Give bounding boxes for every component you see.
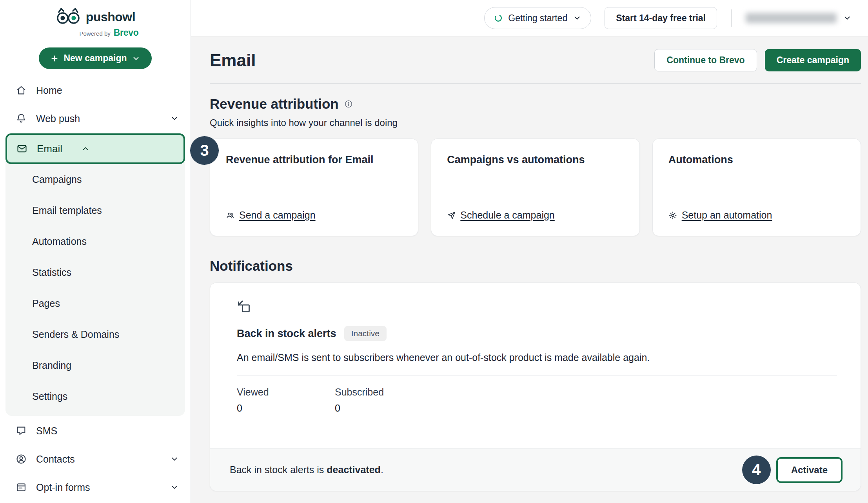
form-icon [16, 482, 27, 493]
stat-viewed: Viewed 0 [237, 386, 335, 414]
brevo-wordmark: Brevo [114, 27, 139, 38]
sidebar-subitem-branding[interactable]: Branding [5, 350, 185, 381]
person-circle-icon [16, 454, 27, 465]
notifications-section: Notifications Back in stock alerts Inact… [210, 258, 861, 491]
sidebar-item-label: Opt-in forms [36, 482, 90, 493]
topbar: Getting started Start 14-day free trial [191, 0, 868, 36]
sidebar-subitem-senders-domains[interactable]: Senders & Domains [5, 319, 185, 350]
card-title: Revenue attribution for Email [226, 154, 402, 166]
card-link-label: Schedule a campaign [460, 210, 554, 221]
subitem-label: Email templates [32, 205, 102, 216]
paper-plane-icon [447, 211, 456, 220]
main-area: Getting started Start 14-day free trial … [191, 0, 868, 503]
gear-icon [668, 211, 677, 220]
info-icon[interactable] [344, 100, 353, 108]
sidebar-item-web-push[interactable]: Web push [0, 104, 191, 133]
card-title: Automations [668, 154, 845, 166]
chat-bubble-icon [16, 425, 27, 436]
subitem-label: Pages [32, 298, 60, 309]
alert-footer-text: Back in stock alerts is deactivated. [230, 464, 383, 476]
new-campaign-label: New campaign [64, 53, 127, 64]
sidebar-item-label: Contacts [36, 454, 75, 465]
sidebar-item-email-active[interactable]: Email [5, 133, 185, 164]
pushowl-logo: pushowl Powered by Brevo [0, 7, 191, 42]
sidebar-subitem-automations[interactable]: Automations [5, 226, 185, 257]
sidebar-item-opt-in-forms[interactable]: Opt-in forms [0, 473, 191, 501]
chevron-down-icon [170, 455, 179, 463]
setup-an-automation-link[interactable]: Setup an automation [668, 210, 845, 221]
sidebar-subitem-email-templates[interactable]: Email templates [5, 195, 185, 226]
powered-by-line: Powered by Brevo [80, 27, 139, 38]
card-link-label: Setup an automation [682, 210, 772, 221]
schedule-a-campaign-link[interactable]: Schedule a campaign [447, 210, 623, 221]
page-header: Email Continue to Brevo Create campaign [210, 36, 861, 83]
revenue-cards: Revenue attribution for Email Send a cam… [210, 139, 861, 236]
footer-text-suffix: . [381, 464, 383, 475]
card-revenue-attribution-email: Revenue attribution for Email Send a cam… [210, 139, 418, 236]
new-campaign-button[interactable]: New campaign [39, 47, 152, 69]
stat-value: 0 [335, 403, 433, 414]
stat-label: Viewed [237, 386, 335, 398]
header-actions: Continue to Brevo Create campaign [654, 49, 861, 71]
sidebar-item-home[interactable]: Home [0, 76, 191, 104]
card-title: Campaigns vs automations [447, 154, 623, 166]
sidebar-subitem-campaigns[interactable]: Campaigns [5, 164, 185, 195]
bell-icon [16, 113, 27, 124]
footer-actions: 4 Activate [742, 456, 843, 484]
stat-label: Subscribed [335, 386, 433, 398]
sidebar-item-contacts[interactable]: Contacts [0, 445, 191, 473]
owl-logo-icon [55, 7, 81, 27]
free-trial-button[interactable]: Start 14-day free trial [605, 7, 717, 29]
sidebar: pushowl Powered by Brevo New campaign Ho… [0, 0, 191, 503]
create-campaign-button[interactable]: Create campaign [765, 49, 861, 71]
page-title: Email [210, 51, 256, 70]
getting-started-button[interactable]: Getting started [484, 7, 591, 29]
revenue-section-subtitle: Quick insights into how your channel is … [210, 117, 861, 128]
alert-description: An email/SMS is sent to subscribers when… [237, 352, 837, 363]
sidebar-subitem-statistics[interactable]: Statistics [5, 257, 185, 288]
plus-icon [50, 54, 59, 63]
chevron-down-icon [843, 14, 852, 22]
tutorial-step-4-badge: 4 [742, 456, 771, 484]
chevron-down-icon [573, 14, 581, 22]
chevron-down-icon [132, 54, 140, 63]
alert-stats: Viewed 0 Subscribed 0 [237, 375, 837, 414]
revenue-title-row: Revenue attribution [210, 96, 861, 112]
email-section-panel: Email Campaigns Email templates Automati… [5, 133, 185, 416]
stat-subscribed: Subscribed 0 [335, 386, 433, 414]
sidebar-subitem-pages[interactable]: Pages [5, 288, 185, 319]
footer-text-prefix: Back in stock alerts is [230, 464, 327, 475]
card-campaigns-vs-automations: Campaigns vs automations Schedule a camp… [431, 139, 639, 236]
continue-to-brevo-button[interactable]: Continue to Brevo [654, 49, 757, 71]
sidebar-item-label: Email [37, 143, 62, 155]
stat-value: 0 [237, 403, 335, 414]
subitem-label: Statistics [32, 267, 71, 278]
sidebar-item-sms[interactable]: SMS [0, 417, 191, 445]
content: Email Continue to Brevo Create campaign … [191, 36, 868, 503]
chevron-up-icon [81, 144, 90, 153]
subitem-label: Automations [32, 236, 87, 247]
progress-ring-icon [494, 14, 503, 22]
account-menu[interactable] [746, 13, 852, 23]
card-link-label: Send a campaign [239, 210, 316, 221]
people-icon [226, 211, 234, 220]
chevron-down-icon [170, 483, 179, 492]
status-badge-inactive: Inactive [344, 326, 387, 341]
notifications-section-title: Notifications [210, 258, 861, 274]
subitem-label: Senders & Domains [32, 329, 119, 340]
alert-footer: Back in stock alerts is deactivated. 4 A… [210, 448, 861, 491]
sidebar-item-label: Web push [36, 113, 80, 124]
app-window: pushowl Powered by Brevo New campaign Ho… [0, 0, 868, 503]
envelope-icon [16, 143, 27, 154]
activate-button[interactable]: Activate [776, 457, 843, 483]
chevron-down-icon [170, 114, 179, 123]
sidebar-subitem-settings[interactable]: Settings [5, 381, 185, 412]
sidebar-nav: Home Web push Email Campaigns Email temp… [0, 76, 191, 501]
header-divider [210, 83, 861, 84]
powered-by-label: Powered by [80, 30, 111, 37]
brand-name: pushowl [86, 10, 135, 24]
home-icon [16, 85, 27, 96]
revenue-attribution-section: Revenue attribution Quick insights into … [210, 96, 861, 236]
send-a-campaign-link[interactable]: Send a campaign [226, 210, 402, 221]
alert-title-row: Back in stock alerts Inactive [237, 326, 837, 341]
